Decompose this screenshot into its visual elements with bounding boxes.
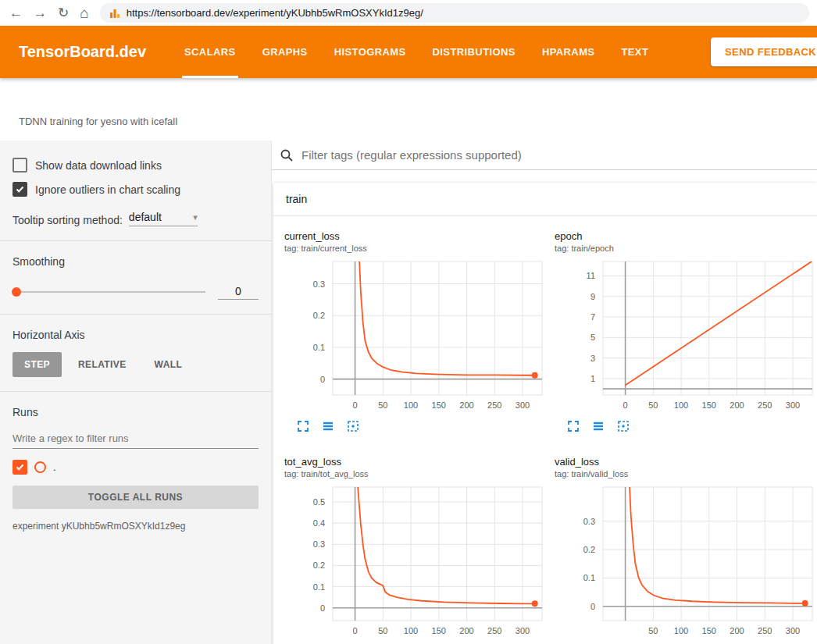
divider [0, 391, 271, 392]
subheader: TDNN training for yesno with icefall [0, 78, 817, 141]
smoothing-slider-row [12, 283, 259, 300]
filter-tags-input[interactable] [300, 148, 811, 162]
address-bar[interactable]: https://tensorboard.dev/experiment/yKUbh… [100, 3, 809, 23]
svg-text:11: 11 [587, 271, 595, 280]
svg-text:200: 200 [459, 626, 473, 635]
chevron-down-icon: ▾ [193, 212, 198, 222]
back-icon[interactable]: ← [9, 6, 23, 20]
svg-text:7: 7 [590, 312, 595, 322]
filter-tags-row [272, 141, 817, 170]
train-section-header[interactable]: train [273, 183, 817, 216]
svg-text:150: 150 [702, 400, 716, 410]
settings-sidebar: Show data download links Ignore outliers… [0, 141, 272, 644]
ignore-outliers-checkbox-row[interactable]: Ignore outliers in chart scaling [12, 182, 259, 197]
svg-text:0: 0 [353, 626, 358, 635]
svg-text:250: 250 [758, 400, 772, 410]
tooltip-sorting-value: default [129, 211, 162, 223]
fit-domain-icon[interactable] [617, 420, 631, 434]
runs-filter-input[interactable] [12, 428, 259, 449]
svg-text:100: 100 [404, 626, 418, 635]
horizontal-axis-buttons: STEP RELATIVE WALL [12, 352, 259, 377]
svg-text:0: 0 [353, 400, 358, 410]
ignore-outliers-label: Ignore outliers in chart scaling [35, 183, 180, 196]
toggle-all-runs-button[interactable]: TOGGLE ALL RUNS [12, 486, 259, 509]
browser-toolbar: ← → ↻ ⌂ https://tensorboard.dev/experime… [0, 0, 817, 26]
chart-card-tot-avg-loss: tot_avg_loss tag: train/tot_avg_loss 050… [283, 448, 548, 644]
main-nav: SCALARS GRAPHS HISTOGRAMS DISTRIBUTIONS … [182, 26, 651, 78]
svg-text:1: 1 [590, 374, 595, 383]
forward-icon[interactable]: → [34, 6, 47, 20]
data-table-icon[interactable] [322, 420, 336, 434]
train-section-card: train current_loss tag: train/current_lo… [273, 183, 817, 644]
run-name: . [53, 461, 56, 473]
run-row[interactable]: . [12, 460, 259, 475]
tooltip-sorting-dropdown[interactable]: default ▾ [129, 211, 198, 226]
experiment-title: TDNN training for yesno with icefall [0, 78, 817, 127]
chart-tag: tag: train/current_loss [284, 244, 548, 253]
chart-title: valid_loss [555, 456, 817, 468]
svg-text:100: 100 [404, 400, 418, 410]
checkbox-checked-icon[interactable] [12, 182, 27, 197]
smoothing-slider[interactable] [12, 291, 205, 293]
line-chart: 05010015020025030000.10.20.30.40.5 [283, 483, 548, 641]
svg-text:200: 200 [459, 400, 473, 410]
chart-card-valid-loss: valid_loss tag: train/valid_loss 5010015… [553, 448, 817, 644]
svg-text:150: 150 [702, 626, 716, 635]
smoothing-slider-thumb[interactable] [12, 287, 21, 297]
svg-text:0.3: 0.3 [313, 539, 325, 549]
tab-scalars[interactable]: SCALARS [182, 26, 238, 78]
expand-chart-icon[interactable] [297, 420, 311, 434]
address-url: https://tensorboard.dev/experiment/yKUbh… [127, 7, 423, 19]
tab-text[interactable]: TEXT [619, 26, 651, 78]
axis-relative-button[interactable]: RELATIVE [66, 352, 138, 377]
chart-title: epoch [555, 230, 817, 242]
chart-actions [553, 420, 817, 434]
svg-text:0.1: 0.1 [583, 573, 595, 582]
line-chart: 5010015020025030000.10.20.3 [553, 483, 817, 641]
chart-title: tot_avg_loss [284, 456, 548, 468]
chart-tag: tag: train/epoch [555, 244, 817, 253]
tooltip-sorting-label: Tooltip sorting method: [12, 214, 123, 226]
svg-text:100: 100 [674, 400, 688, 410]
svg-text:0.2: 0.2 [313, 311, 325, 320]
svg-text:150: 150 [432, 400, 446, 410]
tab-distributions[interactable]: DISTRIBUTIONS [430, 26, 518, 78]
tab-graphs[interactable]: GRAPHS [260, 26, 310, 78]
svg-text:50: 50 [648, 626, 658, 635]
svg-text:0.2: 0.2 [313, 560, 325, 570]
home-icon[interactable]: ⌂ [80, 5, 88, 20]
svg-text:0: 0 [623, 400, 628, 410]
fit-domain-icon[interactable] [347, 420, 361, 434]
horizontal-axis-label: Horizontal Axis [12, 329, 259, 341]
checkbox-unchecked-icon[interactable] [12, 158, 27, 173]
show-download-links-checkbox-row[interactable]: Show data download links [12, 158, 259, 173]
smoothing-value-input[interactable] [218, 283, 259, 300]
axis-step-button[interactable]: STEP [12, 352, 62, 377]
svg-text:9: 9 [590, 292, 595, 301]
svg-text:0.1: 0.1 [313, 582, 325, 592]
svg-text:50: 50 [378, 626, 387, 635]
data-table-icon[interactable] [592, 420, 606, 434]
reload-icon[interactable]: ↻ [58, 6, 69, 20]
svg-text:0: 0 [590, 602, 595, 611]
svg-text:0.3: 0.3 [313, 279, 325, 289]
svg-text:300: 300 [516, 626, 530, 635]
send-feedback-button[interactable]: SEND FEEDBACK [711, 37, 817, 66]
svg-text:250: 250 [487, 400, 501, 410]
svg-text:0.2: 0.2 [583, 545, 595, 554]
chart-card-current-loss: current_loss tag: train/current_loss 050… [283, 222, 548, 434]
axis-wall-button[interactable]: WALL [143, 352, 194, 377]
svg-text:200: 200 [730, 626, 744, 635]
svg-text:150: 150 [432, 626, 446, 635]
smoothing-label: Smoothing [12, 255, 259, 268]
tab-hparams[interactable]: HPARAMS [540, 26, 598, 78]
svg-text:250: 250 [758, 626, 772, 635]
experiment-note: experiment yKUbhb5wRmOSXYkId1z9eg [12, 521, 259, 532]
divider [0, 240, 271, 241]
expand-chart-icon[interactable] [567, 420, 581, 434]
run-checkbox-checked-icon[interactable] [12, 460, 27, 475]
main-content: train current_loss tag: train/current_lo… [272, 141, 817, 644]
run-color-swatch [34, 461, 46, 473]
show-download-links-label: Show data download links [35, 159, 162, 172]
tab-histograms[interactable]: HISTOGRAMS [332, 26, 408, 78]
